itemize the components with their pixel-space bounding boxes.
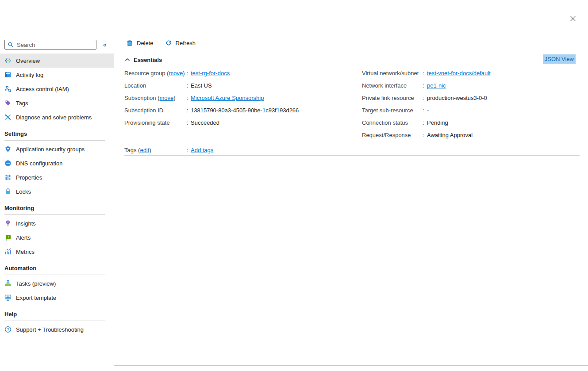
sidebar-item-metrics[interactable]: Metrics xyxy=(0,245,114,259)
essentials-row-target-sub-resource: Target sub-resource : - xyxy=(362,104,491,116)
essentials-row-virtual-network: Virtual network/subnet : test-vnet-for-d… xyxy=(362,67,491,79)
sidebar-item-tags[interactable]: Tags xyxy=(0,96,114,110)
subscription-id-label: Subscription ID xyxy=(124,107,187,114)
activity-log-icon xyxy=(4,71,12,78)
essentials-left-column: Resource group (move) : test-rg-for-docs… xyxy=(124,67,299,129)
add-tags-link[interactable]: Add tags xyxy=(191,147,213,153)
sidebar-item-label: Export template xyxy=(16,295,56,301)
sidebar-item-label: Support + Troubleshooting xyxy=(16,326,84,333)
tags-label: Tags ( xyxy=(124,147,140,153)
target-sub-resource-label: Target sub-resource xyxy=(362,107,423,114)
main-content: Delete Refresh Essentials JSON View Reso… xyxy=(114,0,588,371)
access-control-icon xyxy=(4,85,12,92)
sidebar-item-label: Tags xyxy=(16,100,28,107)
private-endpoint-icon xyxy=(4,57,12,64)
sidebar-item-label: Locks xyxy=(16,188,31,195)
sidebar-item-locks[interactable]: Locks xyxy=(0,184,114,199)
help-circle-icon: ? xyxy=(4,326,12,333)
shield-icon xyxy=(4,145,12,153)
sidebar-item-insights[interactable]: Insights xyxy=(0,216,114,230)
refresh-label: Refresh xyxy=(176,40,196,46)
sidebar-item-label: Alerts xyxy=(16,234,31,241)
private-link-resource-label: Private link resource xyxy=(362,95,423,101)
sidebar-section-automation: Automation xyxy=(4,265,105,275)
private-link-resource-value: production-westus3-0-0 xyxy=(427,95,487,101)
sidebar-item-activity-log[interactable]: Activity log xyxy=(0,68,114,82)
chevron-up-icon[interactable] xyxy=(124,57,131,63)
trash-icon xyxy=(126,39,133,46)
essentials-row-private-link-resource: Private link resource : production-westu… xyxy=(362,92,491,104)
page-bottom-divider xyxy=(114,365,588,366)
svg-text:!: ! xyxy=(8,235,9,239)
essentials-title: Essentials xyxy=(134,57,162,63)
sidebar-item-label: Metrics xyxy=(16,249,35,255)
sidebar-nav: Overview Activity log Access control (IA… xyxy=(0,54,114,337)
request-response-value: Awaiting Approval xyxy=(427,132,473,138)
search-input[interactable] xyxy=(16,41,88,49)
essentials-right-column: Virtual network/subnet : test-vnet-for-d… xyxy=(362,67,491,141)
provisioning-state-label: Provisioning state xyxy=(124,119,187,126)
sidebar-item-label: Application security groups xyxy=(16,146,85,153)
essentials-bottom-divider xyxy=(124,155,580,156)
location-label: Location xyxy=(124,82,187,89)
sidebar-item-alerts[interactable]: ! Alerts xyxy=(0,230,114,245)
virtual-network-label: Virtual network/subnet xyxy=(362,70,423,76)
move-subscription-link[interactable]: move xyxy=(159,95,173,101)
sidebar: « Overview Activity log Access control (… xyxy=(0,0,114,371)
svg-text:?: ? xyxy=(7,327,9,332)
network-interface-link[interactable]: pe1-nic xyxy=(427,82,446,89)
target-sub-resource-value: - xyxy=(427,107,429,114)
flowchart-icon xyxy=(4,280,12,287)
sidebar-section-settings: Settings xyxy=(4,130,105,141)
sidebar-item-access-control[interactable]: Access control (IAM) xyxy=(0,82,114,96)
sidebar-item-application-security-groups[interactable]: Application security groups xyxy=(0,142,114,156)
essentials-row-provisioning-state: Provisioning state : Succeeded xyxy=(124,116,299,129)
resource-group-link[interactable]: test-rg-for-docs xyxy=(191,70,230,76)
sidebar-item-label: Activity log xyxy=(16,72,43,78)
edit-tags-link[interactable]: edit xyxy=(140,147,149,153)
sidebar-item-label: Access control (IAM) xyxy=(16,86,69,92)
alert-icon: ! xyxy=(4,234,12,241)
sidebar-item-properties[interactable]: Properties xyxy=(0,170,114,184)
sidebar-collapse-icon[interactable]: « xyxy=(103,41,107,48)
essentials-row-resource-group: Resource group (move) : test-rg-for-docs xyxy=(124,67,299,79)
move-resource-group-link[interactable]: move xyxy=(169,70,183,76)
sidebar-item-tasks[interactable]: Tasks (preview) xyxy=(0,276,114,291)
json-view-button[interactable]: JSON View xyxy=(543,54,576,64)
essentials-row-subscription-id: Subscription ID : 13815790-80a3-4505-90b… xyxy=(124,104,299,116)
subscription-id-value: 13815790-80a3-4505-90be-1c93f193d266 xyxy=(191,107,299,114)
connection-status-label: Connection status xyxy=(362,119,423,126)
connection-status-value: Pending xyxy=(427,119,448,126)
subscription-label: Subscription ( xyxy=(124,95,159,101)
sidebar-search-row: « xyxy=(0,40,114,50)
search-icon xyxy=(8,42,14,48)
search-box[interactable] xyxy=(4,40,96,50)
sidebar-item-label: Overview xyxy=(16,57,40,64)
sidebar-item-label: DNS configuration xyxy=(16,160,63,167)
sidebar-item-dns-configuration[interactable]: DNS DNS configuration xyxy=(0,156,114,170)
properties-bars-icon xyxy=(4,174,12,181)
virtual-network-subnet-link[interactable]: test-vnet-for-docs/default xyxy=(427,70,491,76)
sidebar-item-export-template[interactable]: Export template xyxy=(0,291,114,305)
location-value: East US xyxy=(191,82,212,89)
network-interface-label: Network interface xyxy=(362,82,423,89)
sidebar-item-overview[interactable]: Overview xyxy=(0,54,114,68)
sidebar-item-label: Properties xyxy=(16,174,42,181)
essentials-header: Essentials JSON View xyxy=(124,54,588,65)
delete-button[interactable]: Delete xyxy=(126,39,154,46)
lock-icon xyxy=(4,188,12,195)
toolbar: Delete Refresh xyxy=(126,39,196,46)
refresh-button[interactable]: Refresh xyxy=(165,39,196,46)
sidebar-item-label: Diagnose and solve problems xyxy=(16,114,92,121)
essentials-row-network-interface: Network interface : pe1-nic xyxy=(362,79,491,92)
delete-label: Delete xyxy=(137,40,154,46)
toolbar-divider xyxy=(114,52,588,52)
sidebar-item-support-troubleshooting[interactable]: ? Support + Troubleshooting xyxy=(0,322,114,337)
sidebar-item-diagnose[interactable]: Diagnose and solve problems xyxy=(0,110,114,124)
essentials-row-request-response: Request/Response : Awaiting Approval xyxy=(362,129,491,141)
tag-icon xyxy=(4,99,12,107)
subscription-link[interactable]: Microsoft Azure Sponsorship xyxy=(191,95,264,101)
sidebar-section-help: Help xyxy=(4,311,105,321)
sidebar-item-label: Tasks (preview) xyxy=(16,280,56,287)
refresh-icon xyxy=(165,39,172,46)
